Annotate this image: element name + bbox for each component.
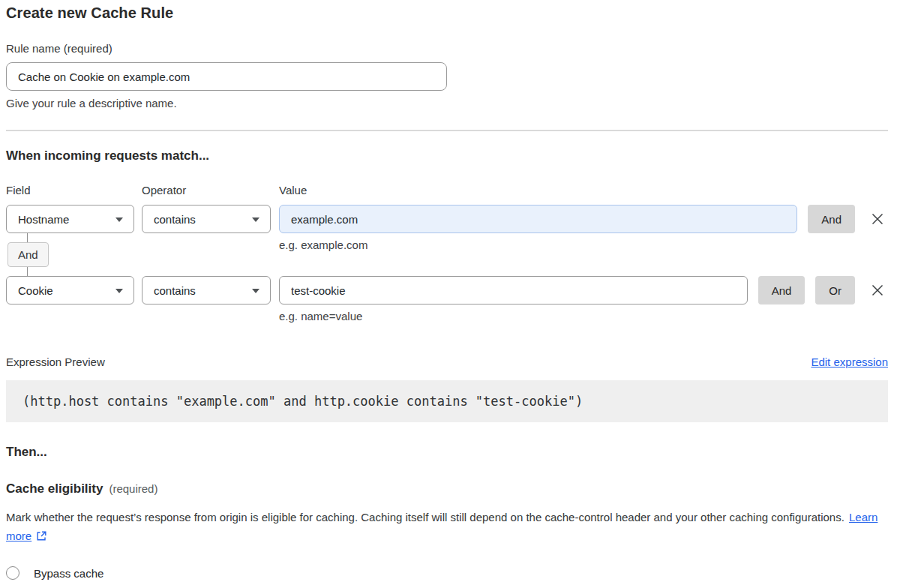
operator-select[interactable]: contains <box>142 276 271 304</box>
field-select-value: Hostname <box>18 213 69 226</box>
chevron-down-icon <box>252 289 260 293</box>
value-input[interactable] <box>279 276 748 304</box>
value-hint: e.g. name=value <box>279 310 888 322</box>
value-input[interactable] <box>279 205 797 233</box>
close-icon <box>871 212 884 226</box>
radio-unselected-icon <box>6 566 20 580</box>
operator-select[interactable]: contains <box>142 205 271 233</box>
edit-expression-link[interactable]: Edit expression <box>811 356 888 368</box>
value-column-header: Value <box>279 184 307 196</box>
operator-select-value: contains <box>154 213 196 226</box>
radio-label: Bypass cache <box>34 567 104 580</box>
then-heading: Then... <box>6 445 888 460</box>
condition-connector-zone: And e.g. example.com <box>6 233 888 276</box>
expression-preview-code: (http.host contains "example.com" and ht… <box>6 380 888 422</box>
or-button[interactable]: Or <box>815 276 855 304</box>
match-column-headers: Field Operator Value <box>6 184 888 196</box>
external-link-icon <box>36 530 47 542</box>
match-row: Cookie contains And Or <box>6 276 888 304</box>
cache-eligibility-description: Mark whether the request’s response from… <box>6 508 888 545</box>
section-divider <box>6 130 888 131</box>
field-select[interactable]: Cookie <box>6 276 134 304</box>
field-select-value: Cookie <box>18 284 53 297</box>
cache-eligibility-heading: Cache eligibility (required) <box>6 482 888 496</box>
page-title: Create new Cache Rule <box>6 4 888 22</box>
rule-name-label: Rule name (required) <box>6 42 888 55</box>
match-heading: When incoming requests match... <box>6 148 888 164</box>
expression-code-text: (http.host contains "example.com" and ht… <box>22 394 583 409</box>
and-button[interactable]: And <box>758 276 806 304</box>
chevron-down-icon <box>252 218 260 222</box>
field-select[interactable]: Hostname <box>6 205 134 233</box>
chevron-down-icon <box>116 289 123 293</box>
description-text: Mark whether the request’s response from… <box>6 511 844 524</box>
operator-column-header: Operator <box>142 184 271 196</box>
remove-condition-button[interactable] <box>870 283 885 298</box>
expression-header: Expression Preview Edit expression <box>6 356 888 368</box>
cache-eligibility-title: Cache eligibility <box>6 482 103 496</box>
field-column-header: Field <box>6 184 134 196</box>
remove-condition-button[interactable] <box>870 212 885 226</box>
rule-name-input[interactable] <box>6 62 447 91</box>
close-icon <box>871 284 884 297</box>
expression-preview-label: Expression Preview <box>6 356 105 368</box>
rule-name-help: Give your rule a descriptive name. <box>6 97 888 110</box>
operator-select-value: contains <box>154 284 196 297</box>
radio-option-bypass-cache[interactable]: Bypass cache <box>6 566 888 580</box>
create-cache-rule-page: Create new Cache Rule Rule name (require… <box>6 0 888 588</box>
required-note: (required) <box>109 482 158 495</box>
and-button[interactable]: And <box>808 205 855 233</box>
match-row: Hostname contains And <box>6 205 888 233</box>
connector-and-chip[interactable]: And <box>8 242 49 267</box>
value-hint: e.g. example.com <box>279 238 368 251</box>
chevron-down-icon <box>116 218 123 222</box>
